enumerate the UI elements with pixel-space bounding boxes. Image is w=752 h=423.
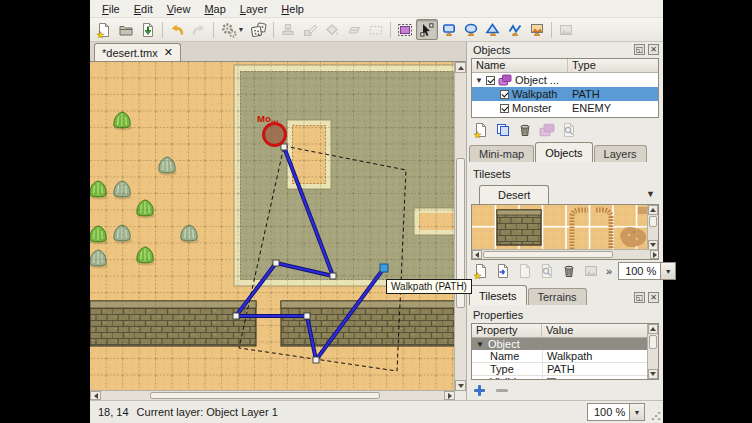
scroll-up-button[interactable] [455,62,466,73]
menu-file[interactable]: File [95,2,127,16]
properties-scrollbar[interactable] [647,324,658,379]
stamp-brush-button[interactable] [277,19,299,40]
tileset-menu-arrow-icon[interactable]: ▼ [646,189,655,199]
remove-tileset-button[interactable] [560,262,578,280]
menu-layer[interactable]: Layer [233,2,275,16]
random-mode-button[interactable] [248,19,270,40]
scroll-down-button[interactable] [455,380,466,391]
rectangular-select-button[interactable] [365,19,387,40]
object-properties-button[interactable] [560,121,578,139]
map-horizontal-scrollbar[interactable] [90,390,455,400]
remove-objects-button[interactable] [516,121,534,139]
save-file-button[interactable] [137,19,159,40]
scroll-up-button[interactable] [648,205,658,215]
insert-polyline-button[interactable] [504,19,526,40]
object-layer-row[interactable]: ▼ Object ... [472,73,658,87]
eraser-button[interactable] [343,19,365,40]
edit-terrain-button[interactable] [582,262,600,280]
insert-tile-object-button[interactable] [526,19,548,40]
float-dock-icon[interactable]: ◱ [634,292,645,303]
tab-mini-map[interactable]: Mini-map [469,145,534,162]
column-name[interactable]: Name [472,59,568,72]
remove-property-button[interactable] [496,389,508,392]
tab-tilesets[interactable]: Tilesets [469,285,527,305]
execute-commands-button[interactable]: ▼ [217,19,248,40]
resize-grip[interactable] [651,411,661,421]
brick-tiles[interactable] [497,210,541,245]
visible-checkbox[interactable] [547,378,556,381]
new-map-button[interactable] [93,19,115,40]
property-row-name[interactable]: Name Walkpath [472,350,647,363]
import-tileset-button[interactable] [494,262,512,280]
scroll-right-button[interactable] [444,391,455,400]
tileset-vertical-scrollbar[interactable] [647,205,658,250]
tab-terrains[interactable]: Terrains [528,288,587,305]
tab-layers[interactable]: Layers [594,145,647,162]
tileset-view[interactable] [471,204,659,260]
export-tileset-button[interactable] [516,262,534,280]
insert-ellipse-button[interactable] [460,19,482,40]
layer-visible-checkbox[interactable] [486,76,495,85]
add-property-button[interactable] [473,384,486,397]
edit-polygons-button[interactable] [416,19,438,40]
toolbar-overflow-chevron[interactable]: » [606,265,612,277]
float-dock-icon[interactable]: ◱ [634,44,645,55]
column-value[interactable]: Value [542,324,647,337]
monster-row[interactable]: Monster ENEMY [472,101,658,115]
select-objects-button[interactable] [394,19,416,40]
tileset-horizontal-scrollbar[interactable] [472,249,659,259]
move-objects-button[interactable] [538,121,556,139]
insert-rectangle-button[interactable] [438,19,460,40]
property-value[interactable]: PATH [542,363,647,375]
property-row-type[interactable]: Type PATH [472,363,647,376]
scroll-down-button[interactable] [648,369,658,379]
scroll-thumb[interactable] [649,216,657,227]
scroll-thumb[interactable] [150,392,380,399]
tileset-tiles[interactable] [472,205,648,250]
close-dock-icon[interactable]: ✕ [648,292,659,303]
object-visible-checkbox[interactable] [500,104,509,113]
close-tab-icon[interactable]: ✕ [164,46,173,59]
property-group-object[interactable]: ▼ Object [472,338,647,350]
menu-help[interactable]: Help [274,2,311,16]
expander-icon[interactable]: ▼ [476,340,484,349]
tab-desert-tileset[interactable]: Desert [479,185,549,204]
property-row-visible[interactable]: Visible [472,376,647,380]
scroll-left-button[interactable] [472,250,482,259]
tab-desert-tmx[interactable]: *desert.tmx ✕ [94,43,181,61]
undo-button[interactable] [166,19,188,40]
duplicate-objects-button[interactable] [494,121,512,139]
menu-view[interactable]: View [160,2,198,16]
scroll-thumb[interactable] [483,251,613,258]
map-canvas[interactable]: Mo... [90,62,455,391]
chevron-down-icon[interactable]: ▼ [629,404,644,420]
object-visible-checkbox[interactable] [500,90,509,99]
column-type[interactable]: Type [568,59,658,72]
scroll-up-button[interactable] [648,324,658,334]
menu-map[interactable]: Map [197,2,232,16]
chevron-down-icon[interactable]: ▼ [660,263,675,279]
column-property[interactable]: Property [472,324,542,337]
menu-edit[interactable]: Edit [127,2,160,16]
scroll-right-button[interactable] [650,250,659,259]
map-vertical-scrollbar[interactable] [454,62,466,391]
expander-icon[interactable]: ▼ [475,76,483,85]
tileset-zoom-combo[interactable]: 100 % ▼ [618,262,676,280]
close-dock-icon[interactable]: ✕ [648,44,659,55]
tileset-properties-button[interactable] [538,262,556,280]
insert-polygon-button[interactable] [482,19,504,40]
map-zoom-combo[interactable]: 100 % ▼ [587,403,645,421]
property-value[interactable]: Walkpath [542,350,647,362]
scroll-left-button[interactable] [90,391,101,400]
tab-objects[interactable]: Objects [535,142,592,162]
terrain-brush-button[interactable] [299,19,321,40]
redo-button[interactable] [188,19,210,40]
selected-node[interactable] [380,264,388,272]
bucket-fill-button[interactable] [321,19,343,40]
highlight-current-layer-button[interactable] [555,19,577,40]
new-tileset-button[interactable] [472,262,490,280]
property-value[interactable] [542,376,647,380]
scroll-thumb[interactable] [649,335,657,349]
add-object-button[interactable] [472,121,490,139]
walkpath-row[interactable]: Walkpath PATH [472,87,658,101]
